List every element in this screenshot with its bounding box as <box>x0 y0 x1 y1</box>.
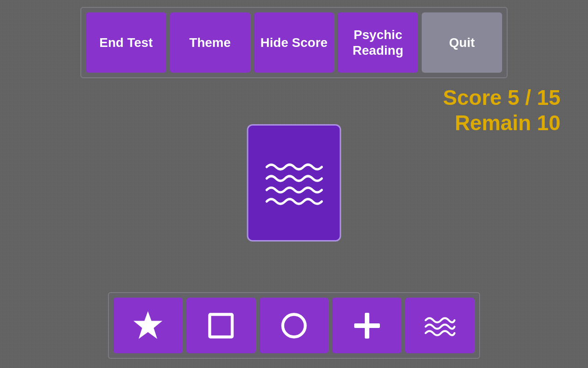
remain-text: Remain 10 <box>443 110 560 136</box>
answer-square-button[interactable] <box>187 298 256 353</box>
hide-score-button[interactable]: Hide Score <box>254 12 334 73</box>
answer-circle-button[interactable] <box>260 298 329 353</box>
center-card <box>247 124 341 242</box>
star-icon <box>132 310 164 342</box>
answer-waves-button[interactable] <box>405 298 475 353</box>
score-text: Score 5 / 15 <box>443 85 560 110</box>
answer-star-button[interactable] <box>113 298 183 353</box>
psychic-reading-button[interactable]: Psychic Reading <box>338 12 418 73</box>
end-test-button[interactable]: End Test <box>86 12 166 73</box>
plus-icon <box>351 310 383 342</box>
waves-icon <box>257 153 331 213</box>
answer-plus-button[interactable] <box>332 298 401 353</box>
circle-icon <box>278 310 310 342</box>
score-area: Score 5 / 15 Remain 10 <box>443 85 560 136</box>
answer-bar <box>108 292 480 359</box>
svg-marker-0 <box>134 311 163 339</box>
square-icon <box>205 310 237 342</box>
toolbar: End Test Theme Hide Score Psychic Readin… <box>80 7 508 78</box>
waves-answer-icon <box>424 310 456 342</box>
svg-rect-4 <box>354 323 380 328</box>
svg-rect-1 <box>210 314 232 337</box>
theme-button[interactable]: Theme <box>170 12 250 73</box>
svg-point-2 <box>283 314 305 337</box>
quit-button[interactable]: Quit <box>422 12 502 73</box>
